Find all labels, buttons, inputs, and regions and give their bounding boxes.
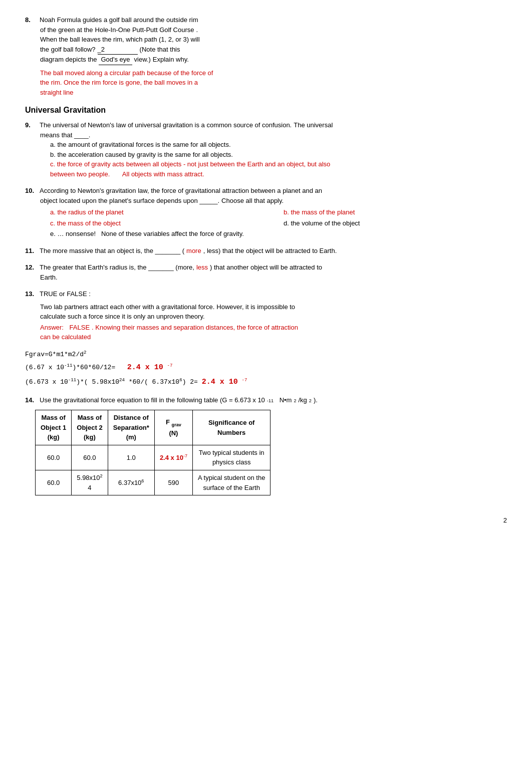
q8-line2c: . <box>196 25 198 35</box>
q9-option-a: a. the amount of gravitational forces is… <box>50 140 507 150</box>
calc1b: -11 <box>64 363 72 368</box>
q11-answer: more <box>186 246 201 256</box>
q8-answer-line3: straight line <box>40 89 73 96</box>
table-header-significance: Significance ofNumbers <box>192 410 270 445</box>
q8-line5d: Explain why. <box>153 55 189 65</box>
q14-text4: ). <box>314 395 318 405</box>
row2-fgrav: 590 <box>154 470 192 495</box>
q8-line2a: of the green at the <box>40 25 93 35</box>
question-11: 11. The more massive that an object is, … <box>25 246 507 256</box>
q9-option-b: b. the acceleration caused by gravity is… <box>50 150 507 160</box>
calc2i: -7 <box>242 377 247 383</box>
q13-para1: Two lab partners attract each other with… <box>40 302 214 312</box>
q10-number: 10. <box>25 186 38 196</box>
q8-line1: Noah Formula guides a golf ball around t… <box>40 15 198 25</box>
calc2h: 2.4 x 10 <box>202 378 238 386</box>
question-8: 8. Noah Formula guides a golf ball aroun… <box>25 15 507 97</box>
calc1c: )*60*60/12= <box>72 364 115 372</box>
table-header-fgrav: F grav(N) <box>154 410 192 445</box>
q9-text: The universal of Newton's law of univers… <box>40 120 292 130</box>
q14-text3: /kg <box>298 395 307 405</box>
q10-option-a: a. the radius of the planet <box>50 207 274 217</box>
q9-text2: The universal <box>294 120 333 130</box>
calc1e: -7 <box>167 363 172 368</box>
q14-number: 14. <box>25 395 38 405</box>
q8-answer-blank: _2 <box>98 45 138 55</box>
row2-distance: 6.37x106 <box>108 470 154 495</box>
table-row-2: 60.0 5.98x102 4 6.37x106 590 A typical s… <box>36 470 271 495</box>
q13-answer-val: FALSE <box>70 323 90 333</box>
calc2b: -11 <box>68 377 76 383</box>
table-header-distance: Distance ofSeparation*(m) <box>108 410 154 445</box>
q13-number: 13. <box>25 289 38 299</box>
row2-significance: A typical student on thesurface of the E… <box>192 470 270 495</box>
table-row-1: 60.0 60.0 1.0 2.4 x 10-7 Two typical stu… <box>36 445 271 470</box>
q8-line2b: Hole-In-One Putt-Putt Golf Course <box>95 25 194 35</box>
q14-kg-exp: 2 <box>309 398 312 405</box>
question-12: 12. The greater that Earth's radius is, … <box>25 263 507 282</box>
calc1d: 2.4 x 10 <box>127 364 163 372</box>
table-header-mass2: Mass ofObject 2(kg) <box>72 410 108 445</box>
row2-mass1: 60.0 <box>36 470 72 495</box>
calculation-2: (6.673 x 10-11)*( 5.98x1024 *60/( 6.37x1… <box>25 377 507 388</box>
q8-line3: When the ball leaves the rim, which path… <box>40 36 200 43</box>
calc2a: (6.673 x 10 <box>25 378 68 386</box>
q10-choose: Choose all that apply. <box>221 196 284 206</box>
calc2g: ) 2= <box>182 378 198 386</box>
q8-line5a: diagram depicts the <box>40 55 97 65</box>
calc2d: 24 <box>119 377 125 383</box>
q8-line5c: view.) <box>134 55 151 65</box>
row1-mass1: 60.0 <box>36 445 72 470</box>
universal-gravitation-heading: Universal Gravitation <box>25 104 507 116</box>
q14-g-exp: -11 <box>267 398 274 405</box>
question-10: 10. According to Newton's gravitation la… <box>25 186 507 239</box>
q12-text3: Earth. <box>40 274 58 281</box>
q8-line4c: (Note that this <box>140 45 180 55</box>
row1-distance: 1.0 <box>108 445 154 470</box>
q8-number: 8. <box>25 15 38 25</box>
q13-answer-text2: can be calculated <box>40 332 507 342</box>
q9-number: 9. <box>25 120 38 130</box>
q14-n-exp: 2 <box>294 398 296 405</box>
q11-text1: The more massive that an object is, the … <box>40 246 184 256</box>
page-number: 2 <box>25 515 507 526</box>
row1-significance: Two typical students inphysics class <box>192 445 270 470</box>
q14-text2: N•m <box>280 395 292 405</box>
calc2c: )*( 5.98x10 <box>76 378 119 386</box>
q10-option-b: b. the mass of the planet <box>284 207 507 217</box>
row1-mass2: 60.0 <box>72 445 108 470</box>
q9-text3: means that ____. <box>40 131 90 139</box>
q13-answer-text: . Knowing their masses and separation di… <box>92 323 298 333</box>
q10-option-e: e. … nonsense! None of these variables a… <box>50 229 507 239</box>
q13-para2: calculate such a force since it is only … <box>40 312 507 322</box>
calc1a: (6.67 x 10 <box>25 364 64 372</box>
q12-answer: less <box>196 263 208 273</box>
q10-option-c: c. the mass of the object <box>50 218 274 228</box>
q10-text: According to Newton's gravitation law, t… <box>40 186 322 196</box>
q8-answer-line2: the rim. Once the rim force is gone, the… <box>40 79 198 86</box>
question-13: 13. TRUE or FALSE : Two lab partners att… <box>25 289 507 342</box>
question-14: 14. Use the gravitational force equation… <box>25 395 507 495</box>
row2-mass2: 5.98x102 4 <box>72 470 108 495</box>
calculation-1: (6.67 x 10-11)*60*60/12= 2.4 x 10 -7 <box>25 362 507 374</box>
q9-option-c2: between two people. All objects with mas… <box>50 169 507 179</box>
q8-line4a: the golf ball follow? <box>40 45 96 55</box>
fgrav-exp: 2 <box>84 350 86 355</box>
row1-fgrav: 2.4 x 10-7 <box>154 445 192 470</box>
q13-answer-label: Answer: <box>40 323 64 333</box>
q9-option-c: c. the force of gravity acts between all… <box>50 159 507 169</box>
fgrav-formula: Fgrav=G*m1*m2/d2 <box>25 349 507 360</box>
q10-text2: object located upon the planet's surface… <box>40 196 219 206</box>
calc2e: *60/( 6.37x10 <box>125 378 179 386</box>
q11-text2: , less) that the object will be attracte… <box>203 246 337 256</box>
q13-text: TRUE or FALSE : <box>40 289 91 299</box>
q12-text1: The greater that Earth's radius is, the … <box>40 263 194 273</box>
q11-number: 11. <box>25 246 38 256</box>
gravitation-table: Mass ofObject 1(kg) Mass ofObject 2(kg) … <box>35 410 271 495</box>
q12-text2: ) that another object will be attracted … <box>210 263 322 273</box>
q13-para1b: However, it is impossible to <box>216 302 295 312</box>
question-9: 9. The universal of Newton's law of univ… <box>25 120 507 179</box>
q14-text1: Use the gravitational force equation to … <box>40 395 265 405</box>
table-header-mass1: Mass ofObject 1(kg) <box>36 410 72 445</box>
q12-number: 12. <box>25 263 38 273</box>
